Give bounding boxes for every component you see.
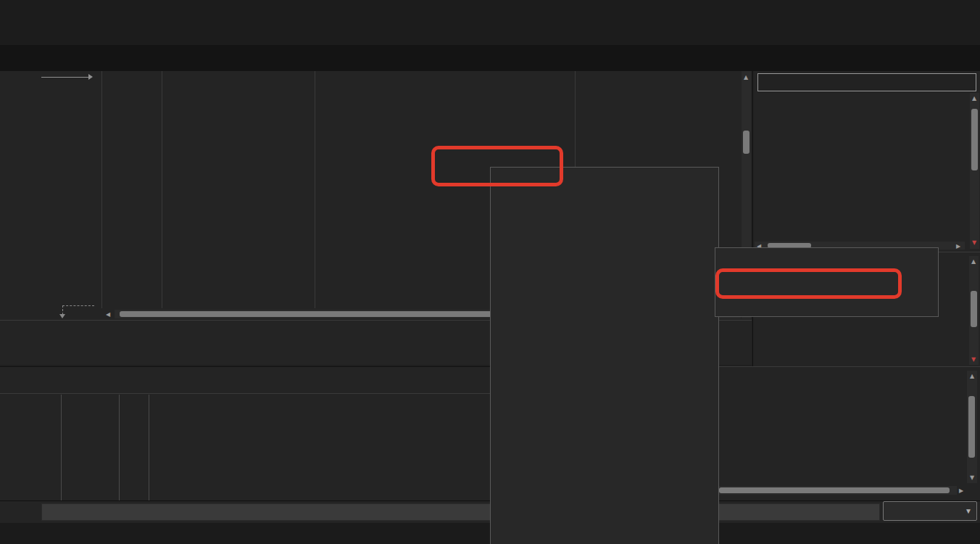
- column-divider: [119, 395, 120, 500]
- tab-bar: [0, 45, 980, 71]
- vscroll-up-icon[interactable]: ▲: [972, 95, 976, 102]
- vscroll-down-icon[interactable]: ▼: [972, 239, 976, 246]
- column-divider: [149, 395, 149, 500]
- vscroll-down-icon[interactable]: ▼: [971, 356, 976, 363]
- menu-bar: [0, 0, 980, 17]
- vscroll-up-icon[interactable]: ▲: [971, 258, 976, 265]
- column-divider: [61, 395, 62, 500]
- vscroll-thumb[interactable]: [968, 396, 975, 458]
- vscroll-up-icon[interactable]: ▲: [744, 74, 748, 81]
- eip-arrow: [41, 77, 89, 78]
- vscroll-thumb[interactable]: [971, 109, 978, 170]
- column-divider: [162, 71, 162, 308]
- eip-arrow-head: [88, 74, 93, 80]
- stack-hscrollbar[interactable]: [718, 486, 957, 495]
- hscroll-left-icon[interactable]: ◀: [106, 311, 110, 318]
- hide-fpu-button[interactable]: [757, 73, 976, 91]
- context-menu: [490, 167, 719, 544]
- stack-panel[interactable]: ▶ ▲ ▼: [716, 366, 980, 500]
- column-divider: [101, 71, 102, 308]
- vscroll-up-icon[interactable]: ▲: [970, 373, 974, 379]
- hscroll-right-icon[interactable]: ▶: [959, 487, 963, 494]
- toolbar: [0, 17, 980, 45]
- registers-panel[interactable]: ▲ ▼ ◀ ▶: [752, 71, 980, 252]
- jump-arrow-icon: [59, 314, 65, 318]
- vscroll-down-icon[interactable]: ▼: [970, 474, 974, 481]
- command-input[interactable]: [41, 503, 880, 521]
- profile-dropdown[interactable]: ▼: [883, 501, 977, 521]
- chevron-down-icon: ▼: [965, 507, 972, 515]
- hscroll-right-icon[interactable]: ▶: [956, 243, 960, 250]
- registers-vscrollbar[interactable]: ▲ ▼: [970, 93, 979, 249]
- stack-vscrollbar[interactable]: ▲ ▼: [967, 371, 977, 483]
- jump-line: [62, 305, 94, 306]
- hscroll-thumb[interactable]: [719, 487, 950, 493]
- args-vscrollbar[interactable]: ▲ ▼: [969, 256, 979, 365]
- vscroll-thumb[interactable]: [971, 291, 977, 327]
- annotation-rect-constant-item: [715, 268, 902, 299]
- column-divider: [315, 71, 315, 308]
- x64dbg-window: ◀ ▲ ▼ ▲ ▼ ◀ ▶ ▲: [0, 0, 980, 544]
- annotation-rect-call-operand: [431, 146, 563, 186]
- vscroll-thumb[interactable]: [743, 131, 749, 154]
